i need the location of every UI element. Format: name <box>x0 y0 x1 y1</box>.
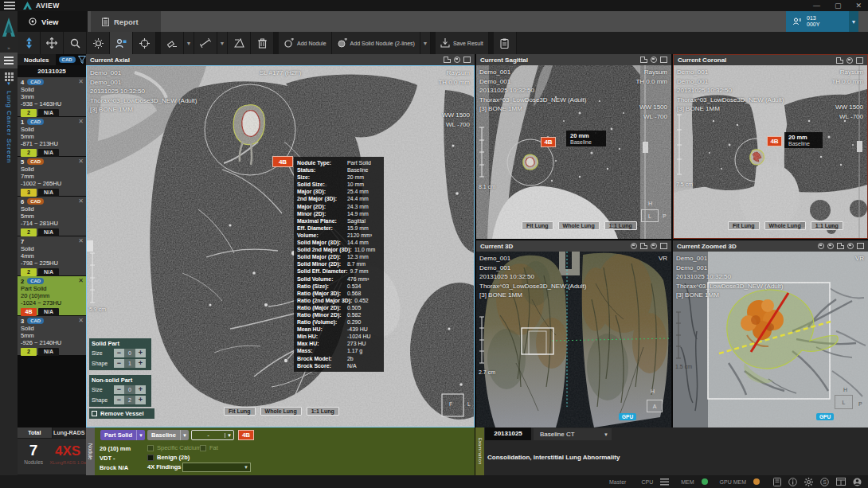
viewport-zoomed-3d[interactable]: Current Zoomed 3D <box>673 240 868 427</box>
viewport-coronal[interactable]: Current Coronal <box>673 54 868 239</box>
settings-icon[interactable] <box>847 243 854 249</box>
close-icon[interactable]: ✕ <box>78 78 84 85</box>
settings-gear-icon[interactable] <box>804 478 813 486</box>
export-icon[interactable] <box>837 243 844 249</box>
maximize-panel-icon[interactable] <box>856 57 863 64</box>
tab-total[interactable]: Total <box>18 427 52 438</box>
maximize-panel-icon[interactable] <box>857 243 864 249</box>
export-icon[interactable] <box>640 57 647 63</box>
examination-ct-dropdown[interactable]: Baseline CT▼ <box>534 428 612 440</box>
whole-lung-button[interactable]: Whole Lung <box>558 221 600 230</box>
nodule-card[interactable]: ✕2CADPart Solid20 (10)mm-1024 ~ 273HU4BN… <box>18 276 86 315</box>
license-icon[interactable]: S <box>820 478 829 486</box>
filter-icon[interactable] <box>78 56 86 64</box>
fit-lung-button[interactable]: Fit Lung <box>728 221 760 230</box>
nodule-card[interactable]: ✕5CADSolid7mm-1002 ~ 265HU3N/A <box>18 157 86 196</box>
info-icon[interactable] <box>788 478 797 486</box>
nodule-card[interactable]: ✕3CADSolid5mm-926 ~ 2140HU2N/A <box>18 316 86 355</box>
settings-icon[interactable] <box>651 243 657 249</box>
zoom-tool-button[interactable] <box>64 32 87 54</box>
nonsolid-shape-stepper[interactable]: −2+ <box>114 396 146 404</box>
maximize-panel-icon[interactable] <box>463 57 471 63</box>
settings-icon[interactable] <box>651 57 657 63</box>
maximize-panel-icon[interactable] <box>660 243 667 249</box>
viewport-sagittal[interactable]: Current Sagittal Dem <box>476 54 671 239</box>
maximize-button[interactable]: ▢ <box>835 2 842 10</box>
tab-report[interactable]: Report <box>91 11 161 32</box>
1-1-lung-button[interactable]: 1:1 Lung <box>604 221 637 230</box>
1-1-lung-button[interactable]: 1:1 Lung <box>811 221 843 230</box>
close-icon[interactable]: ✕ <box>78 158 84 165</box>
examination-bar-tab[interactable]: Examination <box>475 427 484 475</box>
fat-checkbox[interactable]: Fat <box>200 444 218 451</box>
add-solid-nodule-button[interactable]: Add Solid Nodule (2-lines) <box>332 32 420 54</box>
minimize-button[interactable]: — <box>813 2 820 10</box>
capture-icon[interactable] <box>631 243 637 249</box>
nodule-card[interactable]: ✕1CADSolid5mm-871 ~ 213HU2N/A <box>18 117 86 156</box>
delete-tool-button[interactable] <box>251 32 274 54</box>
collapse-rail-icon[interactable]: » <box>0 43 18 53</box>
nodule-bar-tab[interactable]: Nodule <box>86 427 95 475</box>
capture2-icon[interactable] <box>827 243 834 249</box>
close-icon[interactable]: ✕ <box>78 118 84 125</box>
log-icon[interactable] <box>773 478 781 486</box>
angle-tool-button[interactable] <box>228 32 251 54</box>
tab-view[interactable]: View <box>18 11 88 32</box>
examination-date-tab[interactable]: 20131025 <box>485 427 531 440</box>
patient-selector[interactable]: 013 000Y ▼ <box>786 11 858 32</box>
nodule-card[interactable]: ✕7Solid4mm-798 ~ 225HU2N/A <box>18 236 86 275</box>
eraser-dropdown-chevron[interactable]: ▼ <box>184 32 194 54</box>
findings-dropdown[interactable]: ▼ <box>182 463 251 472</box>
study-date[interactable]: 20131025 <box>18 65 86 77</box>
whole-lung-button[interactable]: Whole Lung <box>260 407 302 416</box>
fit-lung-button[interactable]: Fit Lung <box>224 407 256 416</box>
solid-shape-stepper[interactable]: −1+ <box>114 359 146 368</box>
layout-icon[interactable] <box>836 478 846 486</box>
patient-dropdown-chevron[interactable]: ▼ <box>849 11 858 32</box>
maximize-panel-icon[interactable] <box>660 57 667 63</box>
cad-tool-button[interactable] <box>110 32 133 54</box>
close-icon[interactable]: ✕ <box>78 237 84 244</box>
benign-checkbox[interactable]: Benign (2b) <box>147 454 190 461</box>
export-icon[interactable] <box>836 57 843 64</box>
eraser-tool-button[interactable] <box>161 32 184 54</box>
solid-size-stepper[interactable]: −0+ <box>114 349 146 357</box>
close-icon[interactable]: ✕ <box>78 197 84 205</box>
user-icon[interactable] <box>853 478 862 486</box>
close-button[interactable]: ✕ <box>855 2 862 10</box>
viewport-axial[interactable]: Current Axial <box>86 54 475 427</box>
settings-icon[interactable] <box>454 57 460 63</box>
clipboard-button[interactable] <box>494 32 517 54</box>
export-icon[interactable] <box>640 243 647 249</box>
window-level-button[interactable] <box>87 32 110 54</box>
fit-lung-button[interactable]: Fit Lung <box>522 221 553 230</box>
viewport-3d[interactable]: Current 3D <box>476 240 671 427</box>
add-nodule-button[interactable]: Add Nodule <box>279 32 332 54</box>
pan-tool-button[interactable] <box>41 32 64 54</box>
remove-vessel-checkbox[interactable]: Remove Vessel <box>89 408 154 419</box>
coronal-nodule-badge[interactable]: 4B <box>767 136 782 146</box>
nodule-status-dropdown[interactable]: Baseline▼ <box>147 430 189 440</box>
export-icon[interactable] <box>444 57 451 63</box>
hamburger-menu-icon[interactable] <box>4 2 15 10</box>
close-icon[interactable]: ✕ <box>78 317 84 324</box>
nodule-card[interactable]: ✕6CADSolid5mm-714 ~ 281HU2N/A <box>18 197 86 236</box>
crosshair-tool-button[interactable] <box>133 32 156 54</box>
nodule-compare-dropdown[interactable]: -▼ <box>191 430 234 440</box>
rail-screen-label[interactable]: Lung Cancer Screen <box>0 91 18 165</box>
settings-icon[interactable] <box>846 57 853 64</box>
1-1-lung-button[interactable]: 1:1 Lung <box>307 407 339 416</box>
sagittal-nodule-badge[interactable]: 4B <box>541 137 556 147</box>
measure-dropdown-chevron[interactable]: ▼ <box>217 32 228 54</box>
capture-icon[interactable] <box>818 243 824 249</box>
tab-lung-rads[interactable]: Lung-RADS <box>53 427 87 438</box>
add-solid-dropdown-chevron[interactable]: ▼ <box>420 32 431 54</box>
whole-lung-button[interactable]: Whole Lung <box>764 221 806 230</box>
measure-tool-button[interactable] <box>194 32 217 54</box>
nodule-type-dropdown[interactable]: Part Solid▼ <box>100 430 145 440</box>
nonsolid-size-stepper[interactable]: −0+ <box>114 385 146 394</box>
close-icon[interactable]: ✕ <box>78 277 84 284</box>
axial-nodule-badge[interactable]: 4B <box>272 156 293 167</box>
specific-calcium-checkbox[interactable]: Specific Calcium <box>147 444 201 451</box>
rail-list-view-button[interactable] <box>0 53 18 68</box>
